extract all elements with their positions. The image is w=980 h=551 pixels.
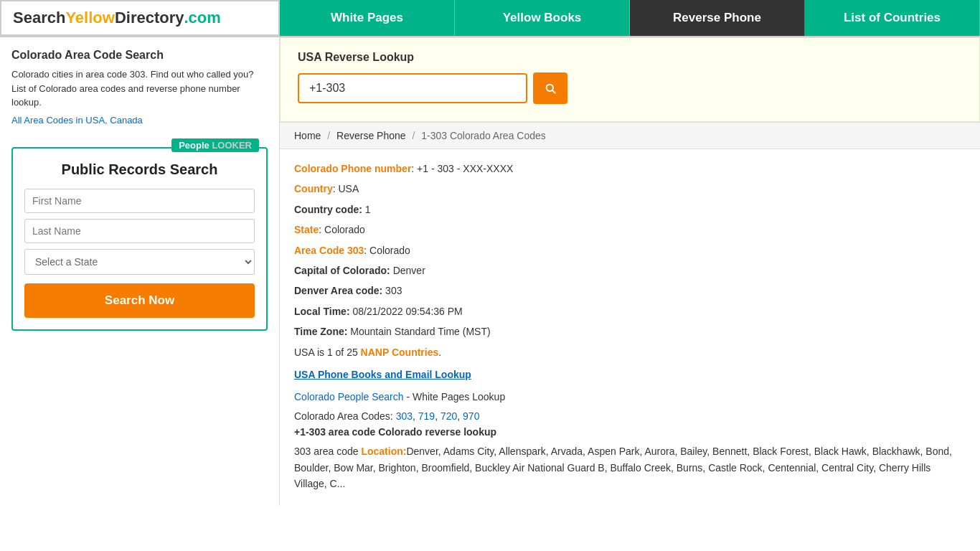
area-code-970[interactable]: 970 <box>463 410 479 422</box>
main-layout: Colorado Area Code Search Colorado citie… <box>0 37 980 506</box>
tab-white-pages[interactable]: White Pages <box>280 0 455 36</box>
country-code-value: 1 <box>362 204 371 215</box>
logo-yellow: Yellow <box>65 9 114 27</box>
location-label: Location: <box>361 446 406 457</box>
reverse-lookup-line: +1-303 area code Colorado reverse lookup <box>294 426 966 438</box>
capital-value: Denver <box>390 265 425 276</box>
timezone-value: Mountain Standard Time (MST) <box>347 326 490 337</box>
tab-yellow-books[interactable]: Yellow Books <box>455 0 630 36</box>
phone-input[interactable] <box>298 73 527 103</box>
timezone-line: Time Zone: Mountain Standard Time (MST) <box>294 324 966 339</box>
country-line: Country: USA <box>294 181 966 197</box>
denver-area-code-label: Denver Area code: <box>294 285 382 296</box>
nanp-end: . <box>438 347 441 358</box>
logo-directory: Directory <box>115 9 184 27</box>
country-code-line: Country code: 1 <box>294 202 966 217</box>
search-button[interactable] <box>533 72 567 104</box>
location-intro: 303 area code <box>294 446 361 457</box>
local-time-line: Local Time: 08/21/2022 09:54:36 PM <box>294 303 966 319</box>
people-search-link[interactable]: Colorado People Search <box>294 391 404 402</box>
search-area-title: USA Reverse Lookup <box>298 51 962 64</box>
area-codes-label: Colorado Area Codes: <box>294 410 393 422</box>
denver-area-code-line: Denver Area code: 303 <box>294 283 966 298</box>
badge-looker: LOOKER <box>212 140 252 151</box>
content-area: USA Reverse Lookup Home / Reverse Phone … <box>280 37 980 506</box>
sidebar: Colorado Area Code Search Colorado citie… <box>0 37 280 506</box>
widget-title: Public Records Search <box>24 160 255 179</box>
people-looker-badge: People LOOKER <box>171 138 259 152</box>
main-content: Colorado Phone number: +1 - 303 - XXX-XX… <box>280 149 980 506</box>
breadcrumb-home[interactable]: Home <box>294 130 321 141</box>
phone-number-label: Colorado Phone number <box>294 163 411 174</box>
area-codes-link[interactable]: All Area Codes in USA, Canada <box>11 115 143 126</box>
people-search-suffix: - White Pages Lookup <box>404 391 506 402</box>
country-value: USA <box>338 183 359 194</box>
denver-area-code-value: 303 <box>382 285 402 296</box>
location-line: 303 area code Location:Denver, Adams Cit… <box>294 443 966 491</box>
nanp-text: USA is 1 of 25 <box>294 347 361 358</box>
capital-line: Capital of Colorado: Denver <box>294 263 966 278</box>
state-select[interactable]: Select a State Alabama Alaska Arizona Co… <box>24 249 255 275</box>
area-code-720[interactable]: 720 <box>440 410 457 422</box>
capital-label: Capital of Colorado: <box>294 265 390 276</box>
people-search-line: Colorado People Search - White Pages Loo… <box>294 389 966 405</box>
breadcrumb-reverse-phone[interactable]: Reverse Phone <box>336 130 406 141</box>
last-name-input[interactable] <box>24 219 255 243</box>
country-label: Country <box>294 183 333 194</box>
area-code-line: Area Code 303: Colorado <box>294 242 966 258</box>
country-code-label: Country code: <box>294 204 362 215</box>
phone-books-link[interactable]: USA Phone Books and Email Lookup <box>294 369 966 380</box>
tab-list-of-countries[interactable]: List of Countries <box>805 0 980 36</box>
sidebar-description: Colorado cities in area code 303. Find o… <box>11 67 268 110</box>
area-code-value: Colorado <box>369 245 410 256</box>
local-time-label: Local Time: <box>294 306 350 317</box>
breadcrumb-current: 1-303 Colorado Area Codes <box>421 130 546 141</box>
phone-books-link-container: USA Phone Books and Email Lookup <box>294 369 966 380</box>
area-code-719[interactable]: 719 <box>418 410 435 422</box>
timezone-label: Time Zone: <box>294 326 347 337</box>
logo-search: Search <box>13 9 65 27</box>
area-code-303-label: Area Code 303 <box>294 245 364 256</box>
state-value: Colorado <box>324 224 365 235</box>
svg-line-1 <box>552 90 555 93</box>
nanp-link[interactable]: NANP Countries <box>361 347 439 358</box>
search-now-button[interactable]: Search Now <box>24 283 255 318</box>
search-icon <box>545 80 556 96</box>
breadcrumb: Home / Reverse Phone / 1-303 Colorado Ar… <box>280 122 980 149</box>
state-line: State: Colorado <box>294 222 966 237</box>
site-logo[interactable]: SearchYellowDirectory.com <box>0 0 280 36</box>
tab-reverse-phone[interactable]: Reverse Phone <box>630 0 805 36</box>
people-looker-widget: People LOOKER Public Records Search Sele… <box>11 147 268 331</box>
sidebar-title: Colorado Area Code Search <box>11 49 268 62</box>
badge-people: People <box>179 140 209 151</box>
breadcrumb-sep1: / <box>327 130 330 141</box>
phone-number-heading: Colorado Phone number: +1 - 303 - XXX-XX… <box>294 161 966 176</box>
navigation-bar: SearchYellowDirectory.com White Pages Ye… <box>0 0 980 37</box>
colon2: : <box>319 224 324 235</box>
area-code-303[interactable]: 303 <box>396 410 413 422</box>
colon3: : <box>364 245 369 256</box>
state-label: State <box>294 224 319 235</box>
area-codes-line: Colorado Area Codes: 303, 719, 720, 970 <box>294 410 966 422</box>
local-time-value: 08/21/2022 09:54:36 PM <box>350 306 463 317</box>
first-name-input[interactable] <box>24 189 255 213</box>
nanp-line: USA is 1 of 25 NANP Countries. <box>294 344 966 360</box>
phone-number-value: : +1 - 303 - XXX-XXXX <box>411 163 513 174</box>
search-box-area: USA Reverse Lookup <box>280 37 980 122</box>
logo-dotcom: .com <box>184 9 220 27</box>
breadcrumb-sep2: / <box>412 130 415 141</box>
search-row <box>298 72 962 104</box>
